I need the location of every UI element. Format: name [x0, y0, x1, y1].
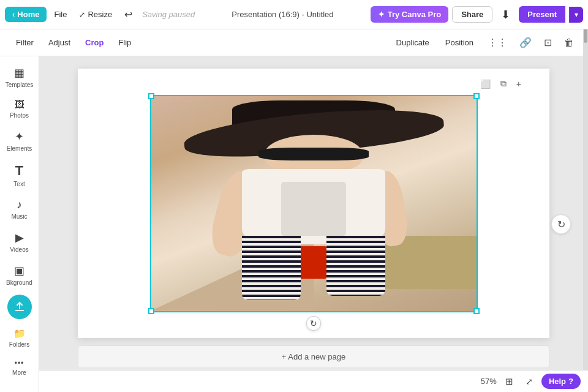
folders-icon: 📁	[13, 328, 26, 339]
home-button[interactable]: ‹ Home	[5, 7, 47, 22]
crop-handle-bl[interactable]	[148, 308, 154, 314]
position-label: Position	[445, 38, 473, 47]
add-page-bar[interactable]: + Add a new page	[78, 345, 549, 368]
sidebar-item-text[interactable]: T Text	[2, 158, 37, 192]
refresh-float-button[interactable]: ↻	[551, 214, 571, 234]
duplicate-label: Duplicate	[396, 38, 429, 47]
help-button[interactable]: Help ?	[541, 374, 581, 389]
sunglasses	[258, 148, 369, 160]
resize-label: Resize	[88, 10, 112, 19]
text-icon: T	[15, 163, 23, 179]
photos-icon: 🖼	[15, 99, 24, 110]
flip-label: Flip	[118, 38, 131, 47]
vertical-scrollbar[interactable]	[583, 0, 588, 370]
sidebar-item-folders[interactable]: 📁 Folders	[2, 323, 37, 353]
sidebar-item-videos[interactable]: ▶ Videos	[2, 226, 37, 258]
help-label: Help	[549, 377, 566, 386]
present-button[interactable]: Present	[519, 6, 565, 23]
saving-status: Saving paused	[142, 10, 195, 19]
canvas-page: ⬜ ⧉ +	[78, 69, 549, 338]
nav-right-actions: ✦ Try Canva Pro Share ⬇ Present ▾	[371, 5, 583, 24]
blouse-shadow	[281, 182, 346, 236]
music-icon: ♪	[17, 198, 22, 211]
duplicate-button[interactable]: Duplicate	[390, 35, 435, 50]
crop-handle-br[interactable]	[473, 308, 480, 314]
more-icon: •••	[15, 359, 24, 368]
crop-handle-tr[interactable]	[473, 93, 480, 99]
undo-button[interactable]: ↩	[119, 6, 137, 23]
adjust-label: Adjust	[48, 38, 70, 47]
file-button[interactable]: File	[49, 7, 72, 22]
present-dropdown-button[interactable]: ▾	[569, 7, 583, 23]
copy-icon-button[interactable]: ⧉	[497, 76, 510, 91]
sidebar-item-templates[interactable]: ▦ Templates	[2, 61, 37, 93]
pro-star-icon: ✦	[378, 10, 385, 19]
present-label: Present	[527, 10, 557, 19]
frame-icon-button[interactable]: ⬜	[477, 76, 494, 91]
filter-label: Filter	[16, 38, 34, 47]
link-icon-button[interactable]: 🔗	[515, 34, 536, 51]
file-label: File	[54, 10, 67, 19]
canvas-top-icons: ⬜ ⧉ +	[477, 76, 525, 91]
crop-label: Crop	[85, 38, 104, 47]
add-page-label: + Add a new page	[282, 352, 345, 361]
flip-button[interactable]: Flip	[112, 35, 137, 50]
home-label: Home	[17, 10, 39, 19]
grid-view-button[interactable]: ⊞	[502, 374, 517, 390]
chevron-left-icon: ‹	[12, 10, 15, 19]
canvas-right-float: ↻	[551, 214, 571, 234]
sidebar-item-background[interactable]: ▣ Bkground	[2, 259, 37, 291]
templates-icon: ▦	[14, 66, 24, 80]
alt-text-button[interactable]: ⊡	[540, 34, 556, 51]
position-button[interactable]: Position	[439, 35, 480, 50]
sidebar-item-photos[interactable]: 🖼 Photos	[2, 94, 37, 124]
sidebar-item-elements[interactable]: ✦ Elements	[2, 125, 37, 157]
background-icon: ▣	[14, 264, 24, 277]
crop-button[interactable]: Crop	[79, 35, 110, 50]
upload-button[interactable]	[7, 295, 32, 319]
resize-icon: ⤢	[79, 10, 85, 19]
left-sidebar: ▦ Templates 🖼 Photos ✦ Elements T Text ♪…	[0, 56, 39, 392]
help-question-icon: ?	[568, 377, 573, 386]
bottom-bar: 57% ⊞ ⤢ Help ?	[39, 370, 588, 392]
main-layout: ▦ Templates 🖼 Photos ✦ Elements T Text ♪…	[0, 56, 588, 392]
adjust-button[interactable]: Adjust	[42, 35, 77, 50]
add-icon-button[interactable]: +	[513, 76, 525, 91]
filter-button[interactable]: Filter	[10, 35, 40, 50]
zoom-level: 57%	[481, 377, 497, 386]
download-button[interactable]: ⬇	[496, 5, 515, 24]
expand-view-button[interactable]: ⤢	[522, 374, 537, 389]
pants-left	[242, 236, 301, 300]
image-placeholder	[151, 96, 477, 311]
try-pro-label: Try Canva Pro	[388, 10, 441, 19]
try-pro-button[interactable]: ✦ Try Canva Pro	[371, 6, 448, 23]
document-title: Presentation (16:9) - Untitled	[197, 10, 368, 19]
toolbar-right: Duplicate Position ⋮⋮ 🔗 ⊡ 🗑	[390, 34, 578, 51]
canvas-area[interactable]: ⬜ ⧉ +	[39, 56, 588, 392]
crop-handle-tl[interactable]	[148, 93, 154, 99]
sidebar-item-music[interactable]: ♪ Music	[2, 194, 37, 225]
rotate-handle[interactable]: ↻	[306, 316, 321, 331]
upload-icon	[13, 301, 26, 313]
image-toolbar: Filter Adjust Crop Flip Duplicate Positi…	[0, 29, 588, 56]
share-button[interactable]: Share	[452, 6, 492, 23]
share-label: Share	[461, 10, 483, 19]
image-container[interactable]: ↻	[150, 95, 478, 312]
elements-icon: ✦	[15, 130, 24, 143]
resize-button[interactable]: ⤢ Resize	[74, 7, 117, 22]
top-navigation: ‹ Home File ⤢ Resize ↩ Saving paused Pre…	[0, 0, 588, 29]
grid-icon-button[interactable]: ⋮⋮	[483, 34, 511, 51]
sidebar-item-more[interactable]: ••• More	[2, 354, 37, 381]
videos-icon: ▶	[15, 231, 24, 244]
delete-button[interactable]: 🗑	[560, 34, 578, 51]
pants-right	[326, 236, 385, 296]
